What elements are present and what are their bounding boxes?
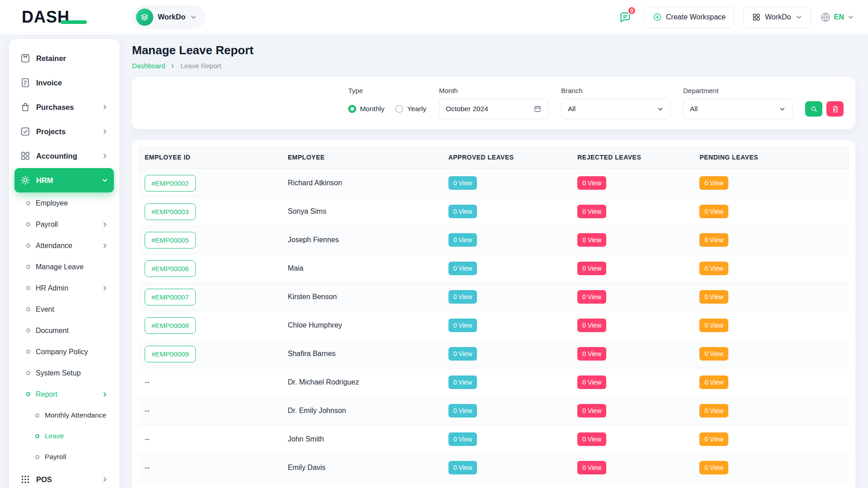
employee-name-cell: Emily Davis — [288, 464, 448, 472]
rejected-leaves-badge[interactable]: 0 View — [577, 461, 606, 474]
approved-leaves-badge[interactable]: 0 View — [448, 347, 477, 361]
employee-id-button[interactable]: #EMP00005 — [145, 232, 196, 249]
radio-option-monthly[interactable]: Monthly — [348, 105, 384, 113]
pending-leaves-badge[interactable]: 0 View — [699, 205, 728, 218]
search-button[interactable] — [805, 101, 822, 117]
approved-leaves-badge[interactable]: 0 View — [448, 461, 477, 474]
sidebar-item-document[interactable]: Document — [14, 320, 114, 341]
sidebar-item-event[interactable]: Event — [14, 299, 114, 320]
month-input[interactable]: October 2024 — [439, 99, 548, 119]
pending-leaves-badge[interactable]: 0 View — [699, 290, 728, 304]
approved-leaves-badge[interactable]: 0 View — [448, 319, 477, 332]
employee-id-button[interactable]: #EMP00002 — [145, 175, 196, 192]
sidebar-item-monthly-attendance[interactable]: Monthly Attendance — [14, 405, 114, 426]
approved-leaves-badge[interactable]: 0 View — [448, 233, 477, 247]
approved-leaves-badge[interactable]: 0 View — [448, 290, 477, 304]
employee-id-empty: -- — [145, 435, 150, 443]
pending-leaves-cell: 0 View — [699, 262, 843, 275]
sidebar-item-system-setup[interactable]: System Setup — [14, 362, 114, 384]
workspace-menu-button[interactable]: WorkDo — [743, 7, 811, 28]
rejected-leaves-badge[interactable]: 0 View — [577, 205, 606, 218]
chevron-down-icon — [190, 14, 197, 21]
bullet-icon — [26, 286, 30, 290]
pending-leaves-badge[interactable]: 0 View — [699, 319, 728, 332]
sidebar-item-projects[interactable]: Projects — [14, 119, 114, 144]
pending-leaves-cell: 0 View — [699, 176, 843, 190]
rejected-leaves-cell: 0 View — [577, 461, 699, 474]
messages-button[interactable]: 0 — [615, 7, 635, 27]
rejected-leaves-badge[interactable]: 0 View — [577, 290, 606, 304]
sidebar-item-retainer[interactable]: Retainer — [14, 46, 114, 70]
pending-leaves-badge[interactable]: 0 View — [699, 461, 728, 474]
employee-name: Maia — [288, 264, 304, 272]
pending-leaves-badge[interactable]: 0 View — [699, 347, 728, 361]
rejected-leaves-badge[interactable]: 0 View — [577, 262, 606, 275]
radio-monthly-control[interactable] — [348, 105, 356, 113]
employee-id-button[interactable]: #EMP00009 — [145, 346, 196, 362]
employee-id-button[interactable]: #EMP00003 — [145, 203, 196, 220]
approved-leaves-badge[interactable]: 0 View — [448, 262, 477, 275]
radio-option-yearly[interactable]: Yearly — [395, 105, 426, 113]
rejected-leaves-badge[interactable]: 0 View — [577, 176, 606, 190]
pending-leaves-badge[interactable]: 0 View — [699, 432, 728, 446]
sidebar-item-company-policy[interactable]: Company Policy — [14, 341, 114, 362]
sidebar-item-accounting[interactable]: Accounting — [14, 144, 114, 168]
column-header: REJECTED LEAVES — [577, 154, 699, 161]
type-radio-group: Monthly Yearly — [348, 99, 426, 119]
pending-leaves-badge[interactable]: 0 View — [699, 233, 728, 247]
rejected-leaves-badge[interactable]: 0 View — [577, 404, 606, 418]
sidebar-item-hrm[interactable]: HRM — [14, 168, 114, 192]
pending-leaves-badge[interactable]: 0 View — [699, 262, 728, 275]
create-workspace-button[interactable]: Create Workspace — [644, 7, 734, 28]
sidebar-item-attendance[interactable]: Attendance — [14, 235, 114, 256]
sidebar-item-employee[interactable]: Employee — [14, 192, 114, 214]
employee-id-button[interactable]: #EMP00007 — [145, 289, 196, 305]
workspace-avatar — [136, 9, 153, 26]
rejected-leaves-cell: 0 View — [577, 176, 699, 190]
branch-select[interactable]: All — [561, 99, 670, 119]
sidebar-item-purchases[interactable]: Purchases — [14, 95, 114, 119]
breadcrumb-dashboard-link[interactable]: Dashboard — [132, 62, 165, 70]
approved-leaves-badge[interactable]: 0 View — [448, 176, 477, 190]
sidebar-item-report[interactable]: Report — [14, 384, 114, 405]
approved-leaves-badge[interactable]: 0 View — [448, 404, 477, 418]
employee-name: Shafira Barnes — [288, 350, 336, 357]
rejected-leaves-badge[interactable]: 0 View — [577, 432, 606, 446]
department-select[interactable]: All — [683, 99, 793, 119]
rejected-leaves-badge[interactable]: 0 View — [577, 319, 606, 332]
pending-leaves-badge[interactable]: 0 View — [699, 404, 728, 418]
type-label: Type — [348, 87, 426, 94]
sidebar-item-payroll[interactable]: Payroll — [14, 214, 114, 235]
sidebar-item-payroll[interactable]: Payroll — [14, 446, 114, 467]
export-button[interactable] — [826, 101, 844, 117]
sidebar-item-manage-leave[interactable]: Manage Leave — [14, 256, 114, 277]
sidebar-item-leave[interactable]: Leave — [14, 426, 114, 446]
approved-leaves-cell: 0 View — [448, 432, 578, 446]
sidebar-item-label: Attendance — [36, 242, 72, 250]
workspace-switcher[interactable]: WorkDo — [133, 5, 205, 29]
rejected-leaves-badge[interactable]: 0 View — [577, 375, 606, 389]
sidebar-item-label: System Setup — [36, 369, 81, 377]
language-selector[interactable]: EN — [820, 12, 854, 23]
approved-leaves-badge[interactable]: 0 View — [448, 205, 477, 218]
approved-leaves-badge[interactable]: 0 View — [448, 432, 477, 446]
employee-id-button[interactable]: #EMP00006 — [145, 260, 196, 277]
accounting-icon — [20, 150, 31, 161]
employee-name-cell: Dr. Emily Johnson — [288, 407, 448, 415]
rejected-leaves-badge[interactable]: 0 View — [577, 347, 606, 361]
column-header: APPROVED LEAVES — [448, 154, 578, 161]
radio-yearly-control[interactable] — [395, 105, 403, 113]
employee-id-cell: #EMP00003 — [145, 203, 288, 220]
pending-leaves-badge[interactable]: 0 View — [699, 375, 728, 389]
pending-leaves-badge[interactable]: 0 View — [699, 176, 728, 190]
employee-id-button[interactable]: #EMP00008 — [145, 317, 196, 334]
approved-leaves-badge[interactable]: 0 View — [448, 375, 477, 389]
sidebar-item-label: Payroll — [45, 453, 66, 461]
sidebar-item-invoice[interactable]: Invoice — [14, 70, 114, 95]
rejected-leaves-badge[interactable]: 0 View — [577, 233, 606, 247]
pending-leaves-cell: 0 View — [699, 205, 843, 218]
sidebar-item-hr-admin[interactable]: HR Admin — [14, 277, 114, 299]
topbar: DASH WorkDo 0 Create Workspace WorkDo EN — [0, 0, 868, 34]
bullet-icon — [26, 392, 30, 396]
sidebar-item-pos[interactable]: POS — [14, 467, 114, 488]
